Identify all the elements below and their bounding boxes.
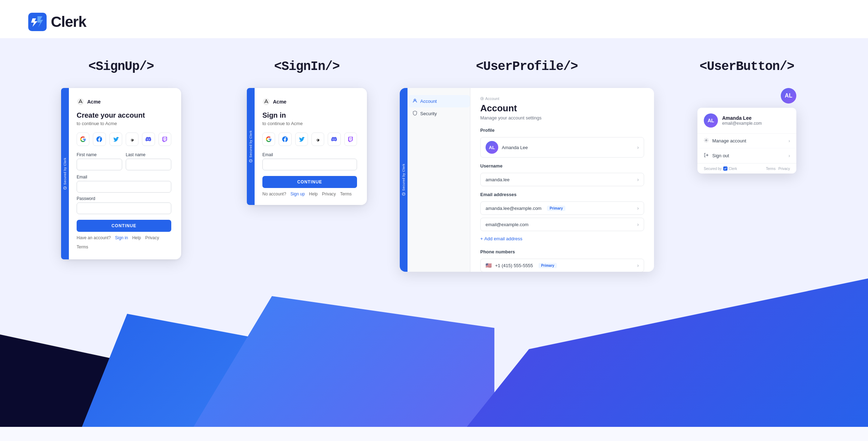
top-bar: Clerk xyxy=(0,0,868,38)
signin-card-title: Sign in xyxy=(262,111,357,119)
signin-title: <SignIn/> xyxy=(274,59,339,74)
userprofile-section: <UserProfile/> Secured by Clerk xyxy=(400,59,654,272)
dropdown-user-info: AL Amanda Lee email@example.com xyxy=(697,108,796,134)
dropdown-user-name: Amanda Lee xyxy=(722,115,762,121)
signin-twitch-btn[interactable] xyxy=(344,133,357,146)
profile-nav-security-label: Security xyxy=(420,111,437,116)
signup-card: Secured by Clerk Acme Create your accoun… xyxy=(61,88,181,259)
svg-point-8 xyxy=(706,140,707,141)
signup-privacy-link[interactable]: Privacy xyxy=(145,235,159,240)
profile-breadcrumb-text: Account xyxy=(485,96,499,101)
signin-continue-btn[interactable]: CONTINUE xyxy=(262,176,357,188)
signup-card-title: Create your account xyxy=(77,111,171,119)
profile-username-row[interactable]: amanda.lee › xyxy=(480,173,644,186)
profile-user-row-left: AL Amanda Lee xyxy=(486,141,528,154)
dropdown-privacy-link[interactable]: Privacy xyxy=(778,167,790,171)
signin-privacy-link[interactable]: Privacy xyxy=(322,192,336,196)
signup-help-link[interactable]: Help xyxy=(132,235,141,240)
svg-point-1 xyxy=(64,187,66,189)
signup-firstname-group: First name xyxy=(77,152,122,170)
signin-twitter-btn[interactable] xyxy=(295,133,308,146)
profile-page-subtitle: Manage your account settings xyxy=(480,115,644,120)
gear-icon xyxy=(704,138,709,144)
user-avatar-button[interactable]: AL xyxy=(781,88,796,104)
dropdown-manage-account-item[interactable]: Manage account › xyxy=(697,134,796,148)
signup-continue-btn[interactable]: CONTINUE xyxy=(77,220,171,232)
dropdown-footer-links: Terms Privacy xyxy=(766,167,790,171)
profile-secured-sidebar: Secured by Clerk xyxy=(400,88,408,272)
signup-signin-link[interactable]: Sign in xyxy=(115,235,128,240)
signup-password-label: Password xyxy=(77,196,171,201)
signin-acme-icon xyxy=(262,98,270,106)
signup-password-input[interactable] xyxy=(77,202,171,214)
clerk-logo-icon xyxy=(28,13,47,31)
profile-add-email-text: Add email address xyxy=(484,236,523,241)
userbutton-title: <UserButton/> xyxy=(700,59,794,74)
clerk-logo: Clerk xyxy=(28,13,840,31)
signup-tiktok-btn[interactable] xyxy=(126,133,138,146)
signup-terms-link[interactable]: Terms xyxy=(77,245,88,249)
userbutton-container: AL AL Amanda Lee email@example.com Mana xyxy=(697,88,796,174)
userprofile-title: <UserProfile/> xyxy=(476,59,578,74)
signup-lastname-input[interactable] xyxy=(126,159,171,170)
signup-firstname-label: First name xyxy=(77,152,122,157)
profile-nav-account[interactable]: Account xyxy=(408,95,470,107)
profile-email-primary-row[interactable]: amanda.lee@example.com Primary › xyxy=(480,201,644,215)
dropdown-signout-label: Sign out xyxy=(712,153,729,158)
signin-discord-btn[interactable] xyxy=(328,133,340,146)
signup-lastname-group: Last name xyxy=(126,152,171,170)
profile-username-chevron: › xyxy=(637,177,639,182)
signin-facebook-btn[interactable] xyxy=(279,133,291,146)
dropdown-terms-link[interactable]: Terms xyxy=(766,167,775,171)
profile-nav: Account Security xyxy=(400,95,470,120)
dropdown-signout-item[interactable]: Sign out › xyxy=(697,148,796,163)
signin-secured-sidebar: Secured by Clerk xyxy=(247,88,255,205)
profile-nav-security[interactable]: Security xyxy=(408,107,470,120)
signup-email-input[interactable] xyxy=(77,181,171,193)
sections-row: <SignUp/> Secured by Clerk Ac xyxy=(28,59,840,272)
signup-card-logo: Acme xyxy=(77,98,171,106)
profile-email-secondary-row[interactable]: email@example.com › xyxy=(480,218,644,231)
signup-google-btn[interactable] xyxy=(77,133,89,146)
profile-user-chevron: › xyxy=(637,145,639,150)
signup-firstname-input[interactable] xyxy=(77,159,122,170)
profile-email-primary-chevron: › xyxy=(637,205,639,211)
signin-help-link[interactable]: Help xyxy=(309,192,318,196)
signin-section: <SignIn/> Secured by Clerk Acme xyxy=(214,59,400,272)
profile-phone-row[interactable]: 🇺🇸 +1 (415) 555-5555 Primary › xyxy=(480,259,644,272)
bg-shape-blue3 xyxy=(444,278,868,427)
signin-terms-link[interactable]: Terms xyxy=(340,192,352,196)
dropdown-signout-chevron: › xyxy=(789,153,790,158)
signin-email-input[interactable] xyxy=(262,159,357,170)
signin-signup-link[interactable]: Sign up xyxy=(290,192,305,196)
signin-google-btn[interactable] xyxy=(262,133,275,146)
profile-user-avatar: AL xyxy=(486,141,498,154)
signup-facebook-btn[interactable] xyxy=(93,133,106,146)
signin-email-label: Email xyxy=(262,152,357,157)
signup-social-icons xyxy=(77,133,171,146)
signup-twitter-btn[interactable] xyxy=(109,133,122,146)
profile-nav-account-label: Account xyxy=(420,99,437,104)
dropdown-user-email: email@example.com xyxy=(722,121,762,126)
profile-email-primary-badge: Primary xyxy=(547,206,565,211)
signin-tiktok-btn[interactable] xyxy=(311,133,324,146)
dropdown-clerk-text: Clerk xyxy=(729,167,737,171)
signup-acme-icon xyxy=(77,98,84,106)
signin-card-logo: Acme xyxy=(262,98,357,106)
profile-add-email-link[interactable]: + Add email address xyxy=(480,234,644,243)
profile-phone-value: +1 (415) 555-5555 xyxy=(495,263,533,268)
profile-user-name: Amanda Lee xyxy=(502,145,528,150)
profile-user-row[interactable]: AL Amanda Lee › xyxy=(480,137,644,158)
signup-lastname-label: Last name xyxy=(126,152,171,157)
signup-discord-btn[interactable] xyxy=(142,133,155,146)
signin-acme-name: Acme xyxy=(273,99,286,105)
profile-email-secondary-chevron: › xyxy=(637,222,639,227)
profile-phone-primary-badge: Primary xyxy=(539,263,557,268)
profile-email-secondary-value: email@example.com xyxy=(486,222,529,227)
signin-secured-text: Secured by Clerk xyxy=(249,130,252,163)
profile-username-value: amanda.lee xyxy=(486,177,510,182)
signin-footer: No account? Sign up Help Privacy Terms xyxy=(262,192,357,196)
signup-twitch-btn[interactable] xyxy=(159,133,171,146)
signup-acme-name: Acme xyxy=(87,99,101,105)
profile-page-title: Account xyxy=(480,103,644,114)
